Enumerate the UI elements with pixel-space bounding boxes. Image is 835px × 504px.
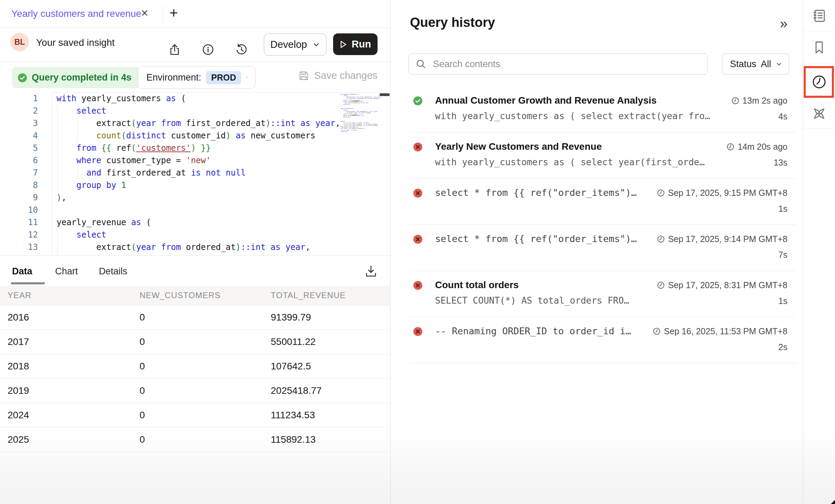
table-cell: 550011.22 <box>271 336 316 347</box>
sql-editor[interactable]: 12345678910111213 with yearly_customers … <box>0 92 390 255</box>
avatar: BL <box>10 33 29 51</box>
table-cell: 0 <box>140 312 145 323</box>
table-cell: 2016 <box>8 312 29 323</box>
notebook-panel-button[interactable] <box>812 8 827 23</box>
insight-title: Your saved insight <box>36 37 115 48</box>
table-cell: 2017 <box>8 336 29 347</box>
query-sql-preview: with yearly_customers as ( select year(f… <box>435 157 705 167</box>
code-line[interactable]: group by 1 <box>56 179 373 191</box>
code-line[interactable]: and first_ordered_at is not null <box>56 167 373 179</box>
line-number: 7 <box>0 167 38 179</box>
line-number: 3 <box>0 117 38 129</box>
table-cell: 2025418.77 <box>271 385 322 396</box>
error-icon <box>413 281 423 290</box>
run-label: Run <box>352 39 371 50</box>
tab-bar: Yearly customers and revenue ✕ + <box>0 0 390 28</box>
query-title: Annual Customer Growth and Revenue Analy… <box>435 95 657 106</box>
clock-icon <box>657 235 665 243</box>
query-status-icon <box>413 96 423 107</box>
download-icon <box>364 264 378 279</box>
download-results-button[interactable] <box>363 264 379 279</box>
line-number: 8 <box>0 179 38 191</box>
search-input[interactable] <box>432 59 701 70</box>
table-cell: 0 <box>140 385 145 396</box>
code-line[interactable]: count(distinct customer_id) as new_custo… <box>56 129 373 142</box>
query-timestamp: Sep 17, 2025, 9:15 PM GMT+8 <box>657 188 787 198</box>
tab-separator <box>163 6 163 22</box>
tab-data[interactable]: Data <box>12 266 32 277</box>
play-icon <box>340 40 347 49</box>
query-history-item[interactable]: select * from {{ ref("order_items")… Sep… <box>391 224 803 271</box>
gutter-separator <box>52 92 52 255</box>
share-icon <box>168 43 182 56</box>
environment-selector[interactable]: Environment: PROD <box>138 66 256 89</box>
save-icon <box>298 70 309 81</box>
save-changes-button[interactable]: Save changes <box>298 70 378 81</box>
table-cell: 0 <box>140 361 145 372</box>
column-header-year: YEAR <box>8 291 31 300</box>
code-line[interactable]: where customer_type = 'new' <box>56 154 373 167</box>
code-line[interactable]: with yearly_customers as ( <box>56 92 373 105</box>
environment-label: Environment: <box>146 72 201 83</box>
explore-icon <box>812 106 827 121</box>
version-history-icon <box>235 43 248 56</box>
error-icon <box>413 234 423 244</box>
line-number: 9 <box>0 191 38 204</box>
table-cell: 0 <box>140 410 145 421</box>
close-tab-icon[interactable]: ✕ <box>141 8 148 19</box>
info-icon <box>201 43 215 56</box>
query-title: -- Renaming ORDER_ID to order_id i… <box>435 326 631 336</box>
tab-yearly-customers-and-revenue[interactable]: Yearly customers and revenue <box>11 8 141 19</box>
resize-corner-mark <box>831 500 835 504</box>
develop-dropdown[interactable]: Develop <box>264 33 327 56</box>
status-filter-value: All <box>761 59 771 70</box>
table-row: 201902025418.77 <box>0 378 390 403</box>
query-history-item[interactable]: Yearly New Customers and Revenue 14m 20s… <box>391 132 803 178</box>
editor-minimap[interactable]: with yearly_customers as ( select extrac… <box>340 94 381 132</box>
tab-chart[interactable]: Chart <box>55 266 78 277</box>
collapse-panel-icon[interactable]: » <box>780 17 787 30</box>
query-history-item[interactable]: Count total orders Sep 17, 2025, 8:31 PM… <box>391 271 803 317</box>
code-line[interactable]: extract(year from first_ordered_at)::int… <box>56 117 373 129</box>
column-header-total-revenue: TOTAL_REVENUE <box>271 291 346 300</box>
table-cell: 2024 <box>8 410 29 421</box>
code-line[interactable]: ), <box>56 191 373 204</box>
table-row: 20170550011.22 <box>0 329 390 354</box>
query-history-item[interactable]: -- Renaming ORDER_ID to order_id i… Sep … <box>391 317 803 363</box>
share-button[interactable] <box>167 42 182 57</box>
code-line[interactable]: extract(year from ordered_at)::int as ye… <box>56 241 373 253</box>
explore-panel-button[interactable] <box>812 106 827 121</box>
code-line[interactable] <box>56 204 373 216</box>
query-duration: 4s <box>779 112 787 122</box>
code-line[interactable]: select <box>56 229 373 241</box>
query-duration: 1s <box>779 296 787 306</box>
info-button[interactable] <box>200 42 216 57</box>
query-duration: 2s <box>779 342 787 352</box>
query-title: select * from {{ ref("order_items")… <box>435 233 637 244</box>
line-number: 13 <box>0 241 38 253</box>
status-filter-dropdown[interactable]: Status All <box>722 53 789 75</box>
query-history-item[interactable]: select * from {{ ref("order_items")… Sep… <box>391 178 803 224</box>
table-cell: 111234.53 <box>271 410 315 421</box>
error-icon <box>413 142 423 152</box>
query-timestamp: 13m 2s ago <box>731 96 787 106</box>
editor-scrollbar-thumb[interactable] <box>380 93 390 96</box>
status-filter-label: Status <box>730 59 756 70</box>
environment-value-badge: PROD <box>206 71 241 84</box>
search-icon <box>416 59 426 69</box>
code-line[interactable]: yearly_revenue as ( <box>56 216 373 229</box>
search-box[interactable] <box>409 53 708 75</box>
code-area[interactable]: with yearly_customers as ( select extrac… <box>56 92 373 253</box>
tab-details[interactable]: Details <box>99 266 127 277</box>
table-row: 2016091399.79 <box>0 305 390 330</box>
query-duration: 1s <box>779 204 787 214</box>
version-history-button[interactable] <box>234 42 249 57</box>
code-line[interactable]: select <box>56 105 373 117</box>
line-number: 11 <box>0 216 38 229</box>
new-tab-button[interactable]: + <box>169 5 178 21</box>
query-history-item[interactable]: Annual Customer Growth and Revenue Analy… <box>391 86 803 132</box>
develop-label: Develop <box>270 39 307 50</box>
run-button[interactable]: Run <box>333 33 378 55</box>
bookmarks-panel-button[interactable] <box>812 40 827 55</box>
code-line[interactable]: from {{ ref('customers') }} <box>56 142 373 154</box>
